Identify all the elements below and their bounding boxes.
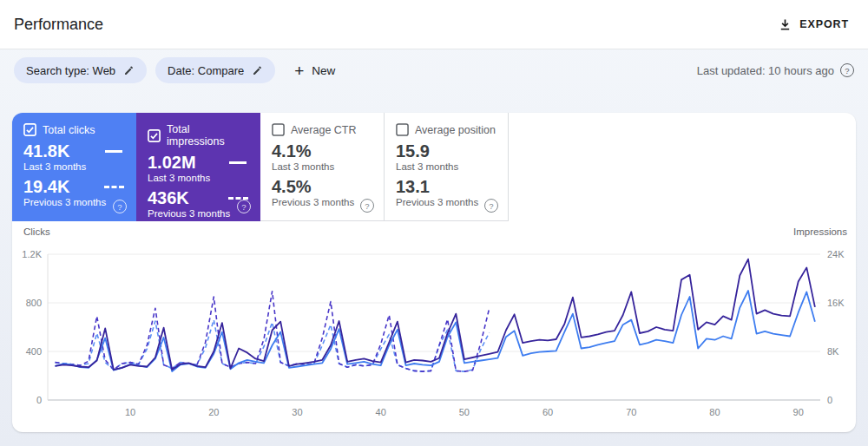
new-filter-label: New bbox=[312, 64, 335, 77]
tile-value-current: 1.02M bbox=[148, 154, 196, 172]
export-button[interactable]: EXPORT bbox=[773, 13, 854, 36]
tile-period-current: Last 3 months bbox=[148, 173, 249, 183]
chart-tick-label: 24K bbox=[827, 249, 845, 259]
search-type-chip[interactable]: Search type: Web bbox=[14, 57, 147, 83]
tile-value-previous: 436K bbox=[148, 189, 189, 207]
tile-label: Average CTR bbox=[291, 124, 357, 136]
tile-period-previous: Previous 3 months bbox=[23, 197, 125, 207]
export-label: EXPORT bbox=[799, 18, 849, 30]
tile-help-icon[interactable]: ? bbox=[484, 199, 498, 213]
tile-period-current: Last 3 months bbox=[23, 161, 125, 172]
last-updated: Last updated: 10 hours ago ? bbox=[697, 57, 854, 83]
chart-tick-label: 16K bbox=[827, 298, 845, 308]
chart-tick-label: 80 bbox=[709, 407, 720, 417]
last-updated-text: Last updated: 10 hours ago bbox=[697, 64, 834, 77]
date-compare-chip-label: Date: Compare bbox=[168, 64, 244, 77]
tile-help-icon[interactable]: ? bbox=[360, 199, 374, 213]
chart-series-line bbox=[56, 259, 815, 370]
dashed-line-icon bbox=[104, 186, 124, 188]
tile-value-previous: 4.5% bbox=[272, 178, 312, 196]
chart-tick-label: Impressions bbox=[793, 226, 847, 237]
search-type-chip-label: Search type: Web bbox=[26, 64, 115, 77]
tile-value-current: 15.9 bbox=[396, 142, 430, 161]
tile-value-current: 4.1% bbox=[272, 142, 312, 161]
date-compare-chip[interactable]: Date: Compare bbox=[155, 57, 275, 83]
tile-total-clicks[interactable]: Total clicks 41.8K Last 3 months 19.4K P… bbox=[12, 113, 136, 221]
last-updated-help-icon[interactable]: ? bbox=[840, 63, 854, 77]
chart-tick-label: 1.2K bbox=[22, 249, 42, 259]
new-filter-button[interactable]: + New bbox=[284, 57, 345, 83]
performance-chart-svg: 04008001.2K08K16K24K102030405060708090Cl… bbox=[12, 221, 856, 432]
chart-tick-label: 90 bbox=[793, 407, 804, 417]
tile-period-current: Last 3 months bbox=[272, 161, 372, 172]
chart-tick-label: 40 bbox=[376, 407, 386, 417]
tile-help-icon[interactable]: ? bbox=[237, 200, 251, 213]
checkbox-unchecked-icon[interactable] bbox=[272, 123, 285, 136]
checkbox-unchecked-icon[interactable] bbox=[396, 123, 409, 136]
edit-pencil-icon bbox=[123, 65, 135, 76]
chart-tick-label: 60 bbox=[542, 407, 553, 417]
page-title: Performance bbox=[14, 16, 103, 34]
top-bar: Performance EXPORT bbox=[0, 0, 868, 49]
tile-period-previous: Previous 3 months bbox=[148, 208, 249, 219]
chart-tick-label: 70 bbox=[626, 407, 636, 417]
chart-tick-label: 400 bbox=[26, 346, 42, 357]
tile-value-previous: 19.4K bbox=[23, 178, 69, 196]
filter-bar: Search type: Web Date: Compare + New Las… bbox=[0, 49, 868, 113]
chart-tick-label: 0 bbox=[36, 395, 42, 405]
solid-line-icon bbox=[105, 150, 122, 153]
tile-label: Total impressions bbox=[167, 123, 249, 148]
chart-tick-label: Clicks bbox=[23, 226, 50, 237]
plus-icon: + bbox=[294, 62, 304, 79]
performance-chart: 04008001.2K08K16K24K102030405060708090Cl… bbox=[12, 221, 856, 432]
chart-tick-label: 20 bbox=[208, 407, 219, 417]
performance-card: Total clicks 41.8K Last 3 months 19.4K P… bbox=[12, 113, 856, 432]
tile-average-position[interactable]: Average position 15.9 Last 3 months 13.1… bbox=[385, 113, 509, 221]
tile-help-icon[interactable]: ? bbox=[113, 200, 127, 213]
chart-tick-label: 50 bbox=[459, 407, 470, 417]
tile-label: Average position bbox=[415, 124, 496, 136]
chart-tick-label: 30 bbox=[292, 407, 302, 417]
tile-average-ctr[interactable]: Average CTR 4.1% Last 3 months 4.5% Prev… bbox=[260, 113, 385, 221]
tile-total-impressions[interactable]: Total impressions 1.02M Last 3 months 43… bbox=[136, 113, 260, 221]
tile-value-previous: 13.1 bbox=[396, 178, 430, 196]
checkbox-checked-icon[interactable] bbox=[148, 129, 161, 142]
metric-tiles: Total clicks 41.8K Last 3 months 19.4K P… bbox=[12, 113, 856, 221]
chart-tick-label: 10 bbox=[125, 407, 135, 417]
tile-period-current: Last 3 months bbox=[396, 161, 496, 172]
chart-tick-label: 800 bbox=[26, 298, 42, 308]
download-icon bbox=[779, 18, 792, 31]
checkbox-checked-icon[interactable] bbox=[23, 123, 36, 136]
chart-tick-label: 8K bbox=[827, 346, 839, 357]
solid-line-icon bbox=[229, 161, 247, 164]
tile-period-previous: Previous 3 months bbox=[272, 197, 372, 207]
tile-value-current: 41.8K bbox=[23, 142, 69, 161]
tile-label: Total clicks bbox=[43, 124, 95, 136]
tile-period-previous: Previous 3 months bbox=[396, 197, 496, 207]
chart-tick-label: 0 bbox=[827, 395, 832, 405]
edit-pencil-icon bbox=[252, 65, 263, 76]
